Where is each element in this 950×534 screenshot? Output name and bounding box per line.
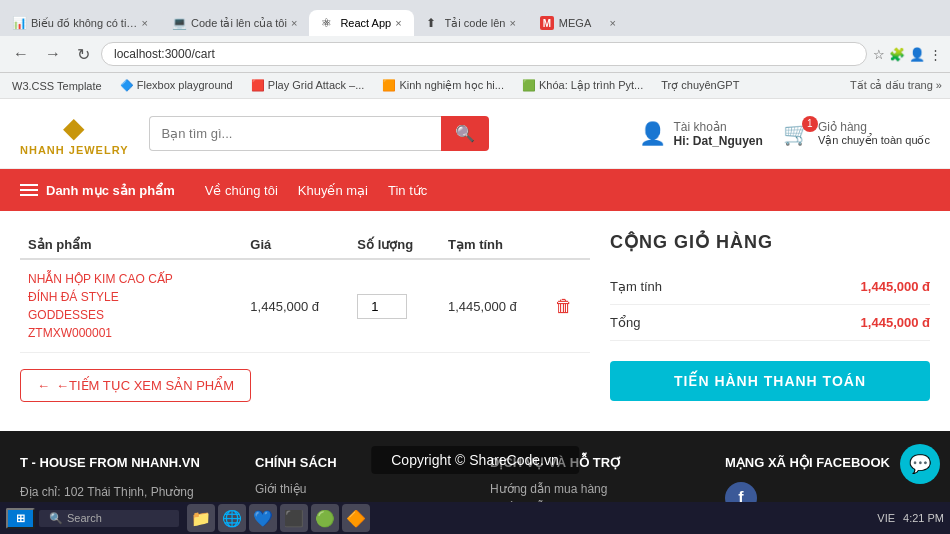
summary-total-row: Tổng 1,445,000 đ <box>610 305 930 341</box>
cart-info: Giỏ hàng Vận chuyển toàn quốc <box>818 120 930 147</box>
reload-button[interactable]: ↻ <box>72 43 95 66</box>
menu-toggle[interactable]: Danh mục sản phẩm <box>20 183 175 198</box>
tab-close-4[interactable]: × <box>509 17 515 29</box>
taskbar: ⊞ 🔍 Search 📁 🌐 💙 ⬛ 🟢 🔶 VIE 4:21 PM <box>0 502 950 534</box>
account-name: Hi: Dat_Nguyen <box>674 134 763 148</box>
taskbar-app-app2[interactable]: 🔶 <box>342 504 370 532</box>
tab-bieudog[interactable]: 📊 Biểu đồ không có tiêu đ... × <box>0 10 160 36</box>
bookmark-kinhnghiem[interactable]: 🟧 Kinh nghiệm học hi... <box>378 77 508 94</box>
col-header-action <box>547 231 590 259</box>
tab-title-4: Tải code lên <box>445 17 506 30</box>
tab-mega[interactable]: M MEGA × <box>528 10 628 36</box>
continue-shopping-button[interactable]: ← ←TIẾM TỤC XEM SẢN PHẨM <box>20 369 251 402</box>
taskbar-right: VIE 4:21 PM <box>877 512 944 524</box>
continue-label: ←TIẾM TỤC XEM SẢN PHẨM <box>56 378 234 393</box>
col-header-total: Tạm tính <box>440 231 547 259</box>
tab-upload[interactable]: ⬆ Tải code lên × <box>414 10 528 36</box>
taskbar-search[interactable]: 🔍 Search <box>39 510 179 527</box>
page-content: ◆ NHANH JEWELRY 🔍 👤 Tài khoản Hi: Dat_Ng… <box>0 99 950 534</box>
account-icon: 👤 <box>639 121 666 147</box>
footer-link-gioithieu[interactable]: Giới thiệu <box>255 482 460 496</box>
checkout-button[interactable]: TIẾN HÀNH THANH TOÁN <box>610 361 930 401</box>
product-name[interactable]: NHẪN HỘP KIM CAO CẤP ĐÍNH ĐÁ STYLE GODDE… <box>28 270 188 342</box>
account-info: Tài khoản Hi: Dat_Nguyen <box>674 120 763 148</box>
account-area[interactable]: 👤 Tài khoản Hi: Dat_Nguyen <box>639 120 763 148</box>
bookmark-star-icon[interactable]: ☆ <box>873 47 885 62</box>
subtotal-value: 1,445,000 đ <box>861 279 930 294</box>
tab-favicon-3: ⚛ <box>321 16 335 30</box>
taskbar-app-file[interactable]: 📁 <box>187 504 215 532</box>
bookmark-w3css[interactable]: W3.CSS Template <box>8 78 106 94</box>
taskbar-search-label: Search <box>67 512 102 524</box>
taskbar-app-node[interactable]: 🟢 <box>311 504 339 532</box>
main-content: Sản phẩm Giá Số lượng Tạm tính NHẪN HỘP … <box>0 211 950 431</box>
bookmarks-bar: W3.CSS Template 🔷 Flexbox playground 🟥 P… <box>0 73 950 99</box>
search-area: 🔍 <box>149 116 489 151</box>
cart-sublabel: Vận chuyển toàn quốc <box>818 134 930 147</box>
tab-code[interactable]: 💻 Code tải lên của tôi × <box>160 10 309 36</box>
cart-area[interactable]: 🛒 1 Giỏ hàng Vận chuyển toàn quốc <box>783 120 930 147</box>
bookmark-grid[interactable]: 🟥 Play Grid Attack –... <box>247 77 369 94</box>
profile-icon[interactable]: 👤 <box>909 47 925 62</box>
address-bar[interactable]: localhost:3000/cart <box>101 42 867 66</box>
tab-title-2: Code tải lên của tôi <box>191 17 287 30</box>
forward-button[interactable]: → <box>40 43 66 65</box>
taskbar-app-terminal[interactable]: ⬛ <box>280 504 308 532</box>
chat-bubble-button[interactable]: 💬 <box>900 444 940 484</box>
bookmark-khoa[interactable]: 🟩 Khóa: Lập trình Pyt... <box>518 77 647 94</box>
cart-table: Sản phẩm Giá Số lượng Tạm tính NHẪN HỘP … <box>20 231 590 353</box>
bookmarks-more[interactable]: Tất cả dấu trang » <box>850 79 942 92</box>
extensions-icon[interactable]: 🧩 <box>889 47 905 62</box>
taskbar-lang: VIE <box>877 512 895 524</box>
taskbar-apps: 📁 🌐 💙 ⬛ 🟢 🔶 <box>187 504 370 532</box>
tab-bar: 📊 Biểu đồ không có tiêu đ... × 💻 Code tả… <box>0 0 950 36</box>
tab-title-5: MEGA <box>559 17 606 29</box>
nav-item-news[interactable]: Tin tức <box>388 183 427 198</box>
summary-subtotal-row: Tạm tính 1,445,000 đ <box>610 269 930 305</box>
site-header: ◆ NHANH JEWELRY 🔍 👤 Tài khoản Hi: Dat_Ng… <box>0 99 950 169</box>
bookmark-flexbox[interactable]: 🔷 Flexbox playground <box>116 77 237 94</box>
tab-favicon-5: M <box>540 16 554 30</box>
account-label: Tài khoản <box>674 120 763 134</box>
cart-summary: CỘNG GIỎ HÀNG Tạm tính 1,445,000 đ Tổng … <box>610 231 930 411</box>
search-icon: 🔍 <box>49 512 63 525</box>
logo-diamond-icon: ◆ <box>63 111 85 144</box>
search-input[interactable] <box>149 116 441 151</box>
tab-close-5[interactable]: × <box>609 17 615 29</box>
tab-close-1[interactable]: × <box>142 17 148 29</box>
total-value: 1,445,000 đ <box>861 315 930 330</box>
search-button[interactable]: 🔍 <box>441 116 489 151</box>
tab-close-3[interactable]: × <box>395 17 401 29</box>
summary-title: CỘNG GIỎ HÀNG <box>610 231 930 253</box>
tab-close-2[interactable]: × <box>291 17 297 29</box>
tab-react[interactable]: ⚛ React App × <box>309 10 413 36</box>
footer-link-huongdan[interactable]: Hướng dẫn mua hàng <box>490 482 695 496</box>
bookmark-trochuyen[interactable]: Trợ chuyênGPT <box>657 77 743 94</box>
total-label: Tổng <box>610 315 640 330</box>
tab-title-1: Biểu đồ không có tiêu đ... <box>31 17 138 30</box>
logo-area: ◆ NHANH JEWELRY <box>20 111 129 156</box>
nav-item-promo[interactable]: Khuyến mại <box>298 183 368 198</box>
back-button[interactable]: ← <box>8 43 34 65</box>
start-button[interactable]: ⊞ <box>6 508 35 529</box>
cart-badge: 1 <box>802 116 818 132</box>
cart-label: Giỏ hàng <box>818 120 930 134</box>
nav-item-about[interactable]: Về chúng tôi <box>205 183 278 198</box>
nav-menu-items: Về chúng tôi Khuyến mại Tin tức <box>205 183 428 198</box>
delete-item-button[interactable]: 🗑 <box>555 296 573 317</box>
product-subtotal: 1,445,000 đ <box>448 299 517 314</box>
nav-menu: Danh mục sản phẩm Về chúng tôi Khuyến mạ… <box>0 169 950 211</box>
taskbar-app-vscode[interactable]: 💙 <box>249 504 277 532</box>
logo-text: NHANH JEWELRY <box>20 144 129 156</box>
browser-chrome: 📊 Biểu đồ không có tiêu đ... × 💻 Code tả… <box>0 0 950 99</box>
taskbar-app-edge[interactable]: 🌐 <box>218 504 246 532</box>
col-header-qty: Số lượng <box>349 231 440 259</box>
footer-col1-title: T - HOUSE FROM NHANH.VN <box>20 455 225 470</box>
footer-col3-title: DỊCH VỤ VÀ HỖ TRỢ <box>490 455 695 470</box>
tab-favicon-2: 💻 <box>172 16 186 30</box>
hamburger-icon <box>20 184 38 196</box>
continue-arrow-icon: ← <box>37 378 50 393</box>
taskbar-time-display: 4:21 PM <box>903 512 944 524</box>
more-icon[interactable]: ⋮ <box>929 47 942 62</box>
quantity-input[interactable] <box>357 294 407 319</box>
